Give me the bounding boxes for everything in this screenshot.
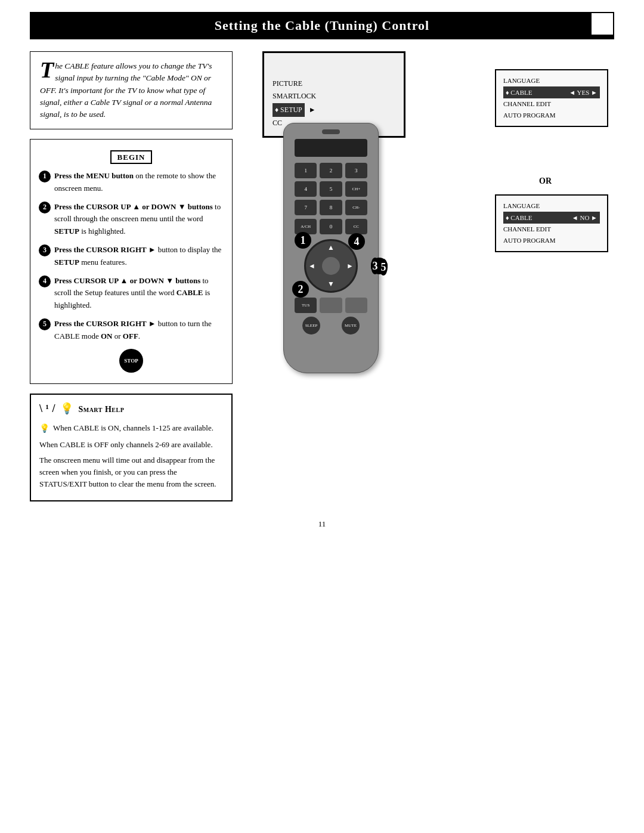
btn-7[interactable]: 7 bbox=[295, 200, 317, 215]
tv-menu-smartlock: SMARTLOCK bbox=[273, 90, 395, 103]
step-5: 5 Press the CURSOR RIGHT ► button to tur… bbox=[39, 318, 224, 343]
btn-sleep[interactable]: SLEEP bbox=[302, 317, 320, 335]
btn-9[interactable]: CH- bbox=[345, 200, 367, 215]
corner-box bbox=[590, 12, 614, 36]
step-number-3: 3 bbox=[39, 244, 51, 256]
remote-body: 1 2 3 4 5 CH+ 7 8 CH- A/CH bbox=[283, 123, 379, 373]
right-column: PICTURE SMARTLOCK ♦ SETUP ► CC LANGUAGE … bbox=[244, 51, 614, 501]
intro-text: he CABLE feature allows you to change th… bbox=[40, 61, 212, 119]
main-content: T he CABLE feature allows you to change … bbox=[30, 51, 614, 501]
stop-label bbox=[39, 349, 224, 377]
nav-left-arrow[interactable]: ◄ bbox=[308, 262, 315, 271]
step-text-2: Press the CURSOR UP ▲ or DOWN ▼ buttons … bbox=[54, 201, 224, 238]
tv-right-channel-edit-bottom: CHANNEL EDIT bbox=[503, 224, 600, 235]
nav-up-arrow[interactable]: ▲ bbox=[327, 243, 335, 252]
nav-center-button[interactable] bbox=[322, 257, 340, 275]
tv-screen-right-bottom: LANGUAGE ♦ CABLE ◄ NO ► CHANNEL EDIT AUT… bbox=[495, 194, 608, 252]
smart-help-para-3: The onscreen menu will time out and disa… bbox=[39, 454, 223, 490]
step-number-1: 1 bbox=[39, 171, 51, 182]
step-2: 2 Press the CURSOR UP ▲ or DOWN ▼ button… bbox=[39, 201, 224, 238]
smart-help-para-2: When CABLE is OFF only channels 2-69 are… bbox=[39, 439, 223, 451]
btn-tus[interactable]: TUS bbox=[295, 298, 317, 313]
btn-empty bbox=[345, 298, 367, 313]
page-header: Setting the Cable (Tuning) Control bbox=[30, 12, 614, 39]
btn-6[interactable]: CH+ bbox=[345, 181, 367, 197]
tv-right-cable-yes: ♦ CABLE ◄ YES ► bbox=[503, 86, 600, 99]
nav-ring: ▲ ▼ ◄ ► bbox=[304, 239, 358, 293]
btn-cc[interactable]: CC bbox=[345, 219, 367, 234]
bulb-icon: 💡 bbox=[60, 401, 74, 417]
smart-help-title: Smart Help bbox=[78, 403, 124, 416]
nav-down-arrow[interactable]: ▼ bbox=[327, 280, 335, 289]
tv-menu-setup: ♦ SETUP ► bbox=[273, 103, 395, 117]
menu-arrow: ► bbox=[309, 104, 316, 117]
step-number-5: 5 bbox=[39, 318, 51, 330]
btn-5[interactable]: 5 bbox=[320, 181, 342, 197]
cable-label-yes: ♦ CABLE bbox=[506, 87, 532, 98]
tv-right-cable-no: ♦ CABLE ◄ NO ► bbox=[503, 212, 600, 224]
step-overlay-3: 3 bbox=[371, 258, 379, 274]
step-overlay-4: 4 bbox=[348, 233, 365, 250]
tv-right-channel-edit-top: CHANNEL EDIT bbox=[503, 98, 600, 110]
step-1: 1 Press the MENU button on the remote to… bbox=[39, 170, 224, 195]
stop-circle bbox=[119, 349, 143, 373]
intro-box: T he CABLE feature allows you to change … bbox=[30, 51, 233, 129]
remote-numpad: 1 2 3 4 5 CH+ 7 8 CH- bbox=[295, 163, 367, 215]
dashes-icon: \ ¹ / bbox=[39, 401, 55, 417]
step-text-4: Press CURSOR UP ▲ or DOWN ▼ buttons to s… bbox=[54, 275, 224, 312]
btn-2[interactable]: 2 bbox=[320, 163, 342, 178]
btn-mute[interactable]: MUTE bbox=[342, 317, 360, 335]
step-4: 4 Press CURSOR UP ▲ or DOWN ▼ buttons to… bbox=[39, 275, 224, 312]
smart-help-text-1: When CABLE is ON, channels 1-125 are ava… bbox=[53, 422, 213, 434]
remote-sensor bbox=[322, 129, 340, 134]
or-label: OR bbox=[539, 176, 552, 186]
spacer bbox=[325, 317, 337, 335]
step-number-4: 4 bbox=[39, 275, 51, 287]
nav-right-arrow[interactable]: ► bbox=[346, 262, 354, 271]
tv-right-auto-program-top: AUTO PROGRAM bbox=[503, 110, 600, 121]
cable-arrows-yes: ◄ YES ► bbox=[569, 87, 597, 98]
tv-screen-right-top: LANGUAGE ♦ CABLE ◄ YES ► CHANNEL EDIT AU… bbox=[495, 69, 608, 127]
remote-screen bbox=[295, 139, 367, 157]
smart-help-box: \ ¹ / 💡 Smart Help 💡 When CABLE is ON, c… bbox=[30, 394, 233, 501]
btn-0[interactable]: 0 bbox=[320, 219, 342, 234]
begin-text: BEGIN bbox=[110, 150, 153, 164]
page-number: 11 bbox=[30, 519, 614, 529]
remote-container: 1 2 3 4 5 CH+ 7 8 CH- A/CH bbox=[268, 123, 394, 373]
step-overlay-2: 2 bbox=[292, 281, 309, 298]
steps-box: BEGIN 1 Press the MENU button on the rem… bbox=[30, 139, 233, 384]
btn-8[interactable]: 8 bbox=[320, 200, 342, 215]
setup-highlight: ♦ SETUP bbox=[273, 103, 305, 117]
page-title: Setting the Cable (Tuning) Control bbox=[215, 18, 429, 33]
drop-cap: T bbox=[40, 60, 54, 79]
step-3: 3 Press the CURSOR RIGHT ► button to dis… bbox=[39, 244, 224, 269]
step-text-5: Press the CURSOR RIGHT ► button to turn … bbox=[54, 318, 224, 343]
btn-blank bbox=[320, 298, 342, 313]
small-bulb-icon: 💡 bbox=[39, 422, 49, 435]
smart-help-header: \ ¹ / 💡 Smart Help bbox=[39, 401, 223, 417]
tv-right-language-bottom: LANGUAGE bbox=[503, 200, 600, 212]
btn-1[interactable]: 1 bbox=[295, 163, 317, 178]
step-number-2: 2 bbox=[39, 202, 51, 213]
nav-area: ▲ ▼ ◄ ► 1 2 3 5 bbox=[304, 239, 358, 293]
btn-4[interactable]: 4 bbox=[295, 181, 317, 197]
begin-label: BEGIN bbox=[39, 151, 224, 164]
step-text-1: Press the MENU button on the remote to s… bbox=[54, 170, 224, 195]
tv-right-auto-program-bottom: AUTO PROGRAM bbox=[503, 235, 600, 246]
step-overlay-5: 5 bbox=[379, 259, 388, 275]
cable-label-no: ♦ CABLE bbox=[506, 212, 532, 224]
cable-arrows-no: ◄ NO ► bbox=[572, 212, 597, 224]
left-column: T he CABLE feature allows you to change … bbox=[30, 51, 233, 501]
step-overlay-1: 1 bbox=[295, 232, 311, 249]
remote-vol-row: SLEEP MUTE bbox=[290, 317, 372, 335]
step-overlay-3-5: 3 5 bbox=[371, 258, 388, 274]
tv-right-language: LANGUAGE bbox=[503, 75, 600, 86]
remote-control: 1 2 3 4 5 CH+ 7 8 CH- A/CH bbox=[280, 123, 382, 373]
page-container: Setting the Cable (Tuning) Control T he … bbox=[24, 0, 620, 541]
remote-lower-btns: TUS bbox=[295, 298, 367, 313]
btn-3[interactable]: 3 bbox=[345, 163, 367, 178]
tv-menu-items-top: PICTURE SMARTLOCK ♦ SETUP ► CC bbox=[273, 78, 395, 130]
tv-menu-picture: PICTURE bbox=[273, 78, 395, 91]
step-text-3: Press the CURSOR RIGHT ► button to displ… bbox=[54, 244, 224, 269]
smart-help-item-1: 💡 When CABLE is ON, channels 1-125 are a… bbox=[39, 422, 223, 435]
